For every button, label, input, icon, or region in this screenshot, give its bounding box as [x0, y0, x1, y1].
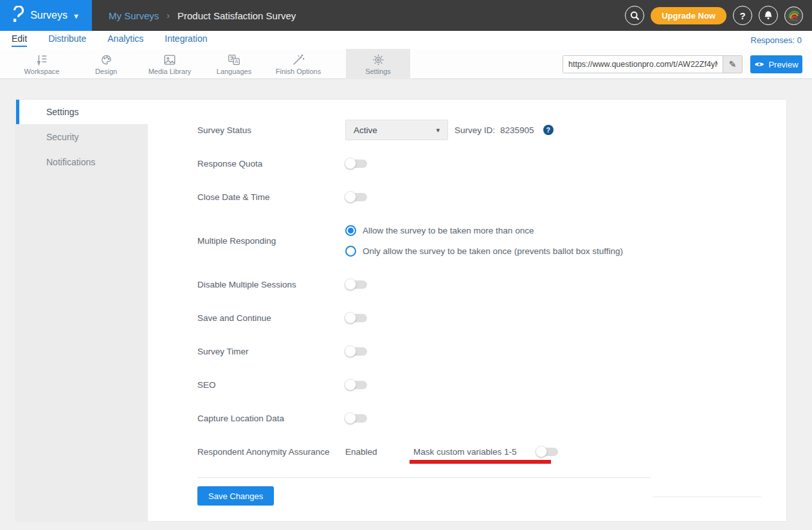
tab-distribute[interactable]: Distribute — [48, 33, 86, 47]
respondent-anonymity-label: Respondent Anonymity Assurance — [197, 447, 345, 457]
radio-option-allow-multiple[interactable]: Allow the survey to be taken more than o… — [345, 225, 623, 236]
sidebar-item-notifications[interactable]: Notifications — [16, 149, 148, 174]
row-respondent-anonymity: Respondent Anonymity Assurance Enabled M… — [148, 435, 786, 468]
questionpro-logo-icon — [12, 6, 25, 25]
toolbar-finish-options[interactable]: Finish Options — [266, 49, 330, 79]
toolbar-settings[interactable]: Settings — [346, 49, 410, 79]
multiple-responding-label: Multiple Responding — [197, 236, 345, 246]
row-disable-multiple-sessions: Disable Multiple Sessions — [148, 268, 786, 301]
toggle-knob — [345, 345, 356, 357]
save-changes-button[interactable]: Save Changes — [197, 486, 274, 506]
toggle-knob — [345, 412, 356, 424]
bell-icon[interactable] — [759, 6, 778, 25]
search-icon[interactable] — [625, 6, 644, 25]
breadcrumb-my-surveys[interactable]: My Surveys — [109, 10, 159, 21]
form-divider-right — [653, 497, 762, 497]
page-title: Product Satisfaction Survey — [177, 10, 296, 21]
settings-form: Survey Status Active ▾ Survey ID: 823590… — [148, 100, 786, 521]
survey-timer-toggle[interactable] — [345, 347, 367, 356]
toolbar-media-library[interactable]: Media Library — [138, 49, 202, 79]
response-quota-label: Response Quota — [197, 159, 345, 169]
eye-icon — [754, 60, 764, 69]
gear-icon — [372, 53, 385, 66]
chevron-down-icon: ▾ — [436, 126, 440, 134]
responses-count[interactable]: Responses: 0 — [751, 35, 802, 45]
toolbar-workspace-label: Workspace — [24, 68, 60, 75]
response-quota-toggle[interactable] — [345, 160, 367, 168]
row-capture-location-data: Capture Location Data — [148, 401, 786, 435]
survey-id-value: 8235905 — [500, 125, 534, 135]
languages-icon: A — [227, 53, 241, 66]
survey-timer-label: Survey Timer — [197, 347, 345, 356]
app-header: Surveys ▼ My Surveys › Product Satisfact… — [0, 0, 812, 31]
avatar[interactable] — [784, 6, 803, 25]
toolbar-design[interactable]: Design — [74, 49, 138, 79]
disable-multiple-sessions-toggle[interactable] — [345, 280, 367, 289]
row-multiple-responding: Multiple Responding Allow the survey to … — [148, 214, 786, 268]
row-survey-status: Survey Status Active ▾ Survey ID: 823590… — [148, 113, 786, 147]
toggle-knob — [536, 446, 547, 457]
tab-edit[interactable]: Edit — [12, 33, 27, 47]
sidebar-item-settings[interactable]: Settings — [16, 100, 148, 124]
save-and-continue-toggle[interactable] — [345, 314, 367, 322]
survey-status-dropdown[interactable]: Active ▾ — [345, 120, 448, 140]
pencil-edit-icon[interactable]: ✎ — [723, 56, 742, 73]
survey-url-group: ✎ — [563, 55, 743, 73]
design-palette-icon — [100, 53, 113, 66]
row-close-date-time: Close Date & Time — [148, 180, 786, 214]
survey-url-input[interactable] — [563, 56, 723, 73]
header-actions: Upgrade Now ? — [625, 6, 812, 25]
close-date-time-toggle[interactable] — [345, 193, 367, 201]
preview-button[interactable]: Preview — [750, 55, 802, 73]
toggle-knob — [345, 158, 356, 169]
product-name: Surveys — [30, 10, 68, 21]
edit-toolbar: Workspace Design Media Library A — [0, 49, 812, 79]
toggle-knob — [345, 191, 356, 203]
seo-toggle[interactable] — [345, 381, 367, 389]
toolbar-media-library-label: Media Library — [149, 68, 192, 75]
radio-unselected-icon — [345, 246, 356, 257]
survey-id-label: Survey ID: — [455, 125, 495, 135]
toolbar-languages[interactable]: A Languages — [202, 49, 266, 79]
upgrade-now-button[interactable]: Upgrade Now — [651, 7, 726, 24]
media-library-icon — [163, 53, 177, 66]
row-save-and-continue: Save and Continue — [148, 301, 786, 334]
toolbar-finish-options-label: Finish Options — [276, 68, 321, 75]
toggle-knob — [345, 379, 356, 390]
toolbar-languages-label: Languages — [217, 68, 251, 75]
help-icon[interactable]: ? — [733, 6, 752, 25]
tab-analytics[interactable]: Analytics — [107, 33, 143, 47]
radio-option-only-once-label: Only allow the survey to be taken once (… — [363, 246, 623, 256]
red-annotation-underline — [410, 460, 551, 464]
toolbar-workspace[interactable]: Workspace — [10, 49, 74, 79]
anonymity-status: Enabled — [345, 447, 413, 457]
survey-nav: Edit Distribute Analytics Integration Re… — [0, 31, 812, 49]
svg-text:A: A — [235, 59, 239, 64]
sidebar-item-security[interactable]: Security — [16, 124, 148, 149]
toolbar-design-label: Design — [95, 68, 117, 75]
radio-option-only-once[interactable]: Only allow the survey to be taken once (… — [345, 246, 623, 257]
capture-location-data-toggle[interactable] — [345, 414, 367, 423]
toggle-knob — [345, 279, 356, 290]
tab-integration[interactable]: Integration — [165, 33, 207, 47]
row-survey-timer: Survey Timer — [148, 334, 786, 368]
nav-tabs: Edit Distribute Analytics Integration — [12, 33, 207, 47]
radio-option-allow-multiple-label: Allow the survey to be taken more than o… — [363, 226, 534, 235]
mask-custom-variables-toggle[interactable] — [536, 448, 558, 456]
breadcrumb: My Surveys › Product Satisfaction Survey — [109, 10, 296, 21]
form-divider — [197, 477, 651, 478]
survey-status-value: Active — [354, 125, 377, 135]
product-switcher[interactable]: Surveys ▼ — [0, 0, 92, 31]
multiple-responding-options: Allow the survey to be taken more than o… — [345, 225, 623, 257]
chevron-down-icon: ▼ — [73, 12, 80, 20]
toggle-knob — [345, 312, 356, 324]
capture-location-data-label: Capture Location Data — [197, 414, 345, 423]
row-seo: SEO — [148, 368, 786, 401]
breadcrumb-separator: › — [167, 10, 170, 21]
survey-status-label: Survey Status — [197, 125, 345, 135]
settings-card: Settings Security Notifications Survey S… — [16, 100, 786, 521]
preview-label: Preview — [768, 60, 798, 69]
close-date-time-label: Close Date & Time — [197, 192, 345, 202]
toolbar-settings-label: Settings — [365, 68, 391, 75]
question-help-icon[interactable]: ? — [543, 125, 554, 135]
